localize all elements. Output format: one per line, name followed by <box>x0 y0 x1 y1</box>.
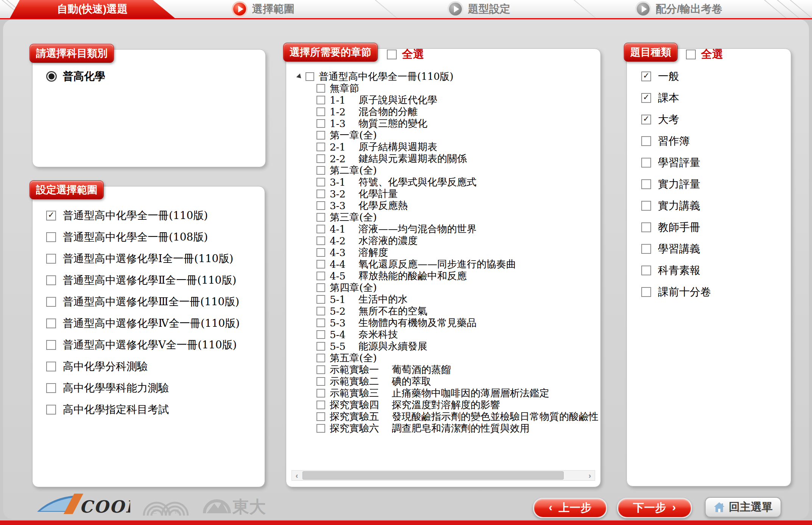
type-item-row[interactable]: 學習評量 <box>641 152 791 173</box>
chapter-tree-row[interactable]: 5-1 生活中的水 <box>292 294 598 305</box>
type-item-row[interactable]: 實力講義 <box>641 195 791 216</box>
scope-item-row[interactable]: 普通型高中選修化學Ⅳ全一冊(110版) <box>46 312 265 334</box>
scope-checkbox[interactable] <box>46 318 56 328</box>
chapter-checkbox[interactable] <box>316 260 325 269</box>
chapter-checkbox[interactable] <box>316 96 325 104</box>
chapter-tree-row[interactable]: 1-2 混合物的分離 <box>292 106 598 118</box>
type-item-row[interactable]: 學習講義 <box>641 238 791 259</box>
chapter-checkbox[interactable] <box>316 84 325 93</box>
scope-checkbox[interactable] <box>46 405 56 415</box>
scroll-thumb[interactable] <box>302 471 564 480</box>
scope-item-row[interactable]: 普通型高中化學全一冊(108版) <box>46 226 265 248</box>
chapter-checkbox[interactable] <box>316 236 325 245</box>
chapter-checkbox[interactable] <box>316 107 325 116</box>
horizontal-scrollbar[interactable]: ‹ › <box>291 470 595 481</box>
subject-option-row[interactable]: 普高化學 <box>46 69 105 84</box>
chapter-tree-row[interactable]: 第五章(全) <box>292 352 598 364</box>
scope-item-row[interactable]: 普通型高中選修化學Ⅰ全一冊(110版) <box>46 248 265 269</box>
chapter-tree-row[interactable]: 探究實驗四 探究溫度對溶解度的影響 <box>292 399 598 411</box>
chapter-checkbox[interactable] <box>316 342 325 351</box>
chapter-checkbox[interactable] <box>316 283 325 292</box>
chapter-tree-row[interactable]: 5-2 無所不在的空氣 <box>292 305 598 317</box>
prev-step-button[interactable]: ‹ 上一步 <box>533 498 607 518</box>
chapter-checkbox[interactable] <box>316 248 325 257</box>
scope-item-row[interactable]: 普通型高中選修化學Ⅴ全一冊(110版) <box>46 334 265 356</box>
chapter-tree-row[interactable]: 4-2 水溶液的濃度 <box>292 235 598 247</box>
chapter-tree-row[interactable]: 5-3 生物體內有機物及常見藥品 <box>292 317 598 329</box>
chapter-checkbox[interactable] <box>316 412 325 421</box>
chapter-tree-row[interactable]: 第四章(全) <box>292 282 598 294</box>
scope-checkbox[interactable] <box>46 254 56 264</box>
chapter-tree-row[interactable]: 第二章(全) <box>292 165 598 176</box>
chapter-checkbox[interactable] <box>316 154 325 163</box>
chapter-checkbox[interactable] <box>316 377 325 386</box>
scope-item-row[interactable]: 高中化學學科能力測驗 <box>46 377 265 399</box>
type-item-row[interactable]: 實力評量 <box>641 173 791 195</box>
chapter-tree-row[interactable]: 5-4 奈米科技 <box>292 329 598 340</box>
scroll-left-icon[interactable]: ‹ <box>292 471 302 480</box>
chapter-checkbox[interactable] <box>316 213 325 222</box>
subject-radio[interactable] <box>46 71 57 82</box>
chapter-tree-row[interactable]: 1-1 原子說與近代化學 <box>292 94 598 106</box>
chapter-checkbox[interactable] <box>316 225 325 233</box>
chapter-checkbox[interactable] <box>316 365 325 374</box>
scope-item-row[interactable]: 普通型高中選修化學Ⅱ全一冊(110版) <box>46 269 265 291</box>
tab-question-type-setting[interactable]: 題型設定 <box>449 0 510 18</box>
scope-checkbox[interactable] <box>46 362 56 371</box>
type-checkbox[interactable] <box>641 266 651 275</box>
type-item-row[interactable]: 課前十分卷 <box>641 281 791 303</box>
chapter-checkbox[interactable] <box>316 189 325 198</box>
type-checkbox[interactable] <box>641 71 651 81</box>
scope-checkbox[interactable] <box>46 383 56 393</box>
chapter-tree-row[interactable]: 3-3 化學反應熱 <box>292 200 598 211</box>
chapter-checkbox[interactable] <box>316 166 325 175</box>
type-item-row[interactable]: 習作簿 <box>641 130 791 152</box>
type-item-row[interactable]: 一般 <box>641 65 791 87</box>
scope-item-row[interactable]: 高中化學分科測驗 <box>46 356 265 377</box>
chapter-checkbox[interactable] <box>316 119 325 128</box>
scope-item-row[interactable]: 普通型高中選修化學Ⅲ全一冊(110版) <box>46 291 265 312</box>
scope-item-row[interactable]: 高中化學指定科目考試 <box>46 399 265 420</box>
type-checkbox[interactable] <box>641 287 651 297</box>
scope-item-row[interactable]: 普通型高中化學全一冊(110版) <box>46 205 265 226</box>
chapter-checkbox[interactable] <box>316 272 325 280</box>
chapter-tree-row[interactable]: 探究實驗五 發現酸鹼指示劑的變色並檢驗日常物質的酸鹼性 <box>292 411 598 422</box>
type-select-all-checkbox[interactable] <box>686 50 696 59</box>
chapter-checkbox[interactable] <box>316 401 325 409</box>
chapter-tree-row[interactable]: 4-3 溶解度 <box>292 247 598 258</box>
chapter-checkbox[interactable] <box>316 131 325 140</box>
type-checkbox[interactable] <box>641 244 651 254</box>
chapter-tree-row[interactable]: 普通型高中化學全一冊(110版) <box>292 71 598 82</box>
scope-checkbox[interactable] <box>46 340 56 350</box>
chapter-checkbox[interactable] <box>316 330 325 339</box>
chapter-checkbox[interactable] <box>316 201 325 210</box>
chapter-checkbox[interactable] <box>316 178 325 186</box>
chapter-checkbox[interactable] <box>316 424 325 433</box>
tab-auto-quick-pick[interactable]: 自動(快速)選題 <box>10 0 175 18</box>
chapter-tree-row[interactable]: 示範實驗一 葡萄酒的蒸餾 <box>292 364 598 376</box>
chapter-tree-row[interactable]: 4-1 溶液——均勻混合物的世界 <box>292 223 598 235</box>
tab-select-scope[interactable]: 選擇範圍 <box>233 0 295 18</box>
expand-arrow-icon[interactable] <box>296 73 303 80</box>
type-item-row[interactable]: 課本 <box>641 87 791 109</box>
chapter-tree-row[interactable]: 5-5 能源與永續發展 <box>292 340 598 352</box>
type-checkbox[interactable] <box>641 222 651 232</box>
chapter-tree-row[interactable]: 1-3 物質三態的變化 <box>292 118 598 129</box>
next-step-button[interactable]: 下一步 › <box>617 498 692 518</box>
type-checkbox[interactable] <box>641 158 651 168</box>
type-item-row[interactable]: 科青素報 <box>641 259 791 281</box>
chapter-checkbox[interactable] <box>316 318 325 327</box>
home-menu-button[interactable]: 回主選單 <box>705 497 781 517</box>
type-checkbox[interactable] <box>641 179 651 189</box>
scope-checkbox[interactable] <box>46 275 56 285</box>
chapter-tree-row[interactable]: 第三章(全) <box>292 211 598 223</box>
chapter-tree-row[interactable]: 2-2 鍵結與元素週期表的關係 <box>292 153 598 165</box>
chapter-tree-row[interactable]: 示範實驗三 止痛藥物中咖啡因的薄層層析法鑑定 <box>292 387 598 399</box>
type-select-all[interactable]: 全選 <box>686 47 723 62</box>
chapter-select-all[interactable]: 全選 <box>387 47 424 62</box>
type-checkbox[interactable] <box>641 115 651 124</box>
tab-score-output[interactable]: 配分/輸出考卷 <box>637 0 722 18</box>
chapter-checkbox[interactable] <box>316 354 325 362</box>
chapter-tree-row[interactable]: 無章節 <box>292 82 598 94</box>
chapter-tree-row[interactable]: 探究實驗六 調查肥皂和清潔劑的性質與效用 <box>292 422 598 434</box>
